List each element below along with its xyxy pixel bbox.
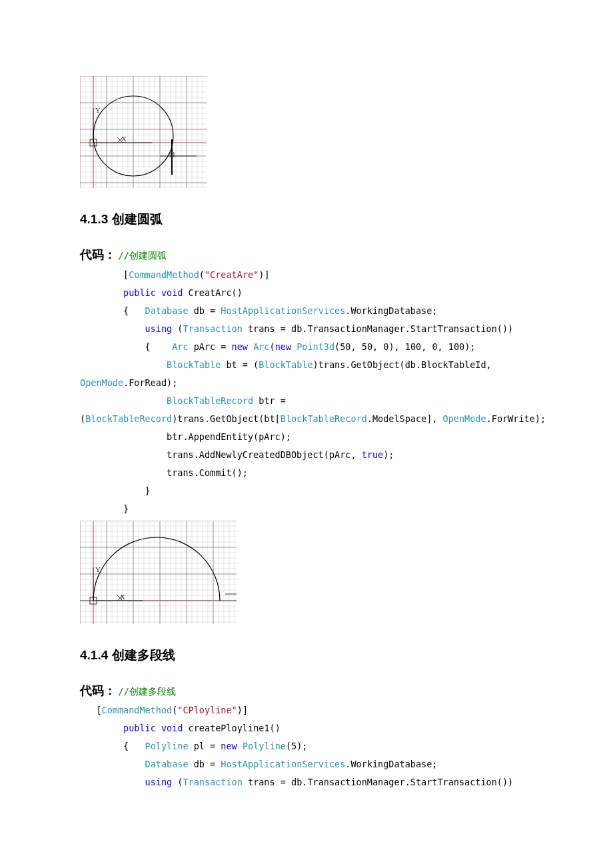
code-block-414: [CommandMethod("CPloyline")] public void… — [80, 701, 533, 791]
heading-413: 4.1.3 创建圆弧 — [80, 208, 533, 231]
arc-grid-svg: Y X — [80, 521, 237, 624]
x-axis-label-2: X — [120, 593, 125, 601]
code-block-413: [CommandMethod("CreatAre")] public void … — [80, 266, 533, 518]
circle-grid-svg: Y X — [80, 76, 207, 188]
figure-circle: Y X — [80, 76, 533, 188]
x-axis-label: X — [121, 135, 127, 143]
code-label-413: 代码： — [80, 248, 116, 261]
comment-413: //创建圆弧 — [119, 250, 167, 261]
y-axis-label: Y — [95, 106, 101, 114]
heading-414: 4.1.4 创建多段线 — [80, 644, 533, 667]
figure-arc: Y X — [80, 521, 533, 624]
svg-rect-0 — [80, 76, 207, 188]
comment-414: //创建多段线 — [119, 686, 176, 697]
code-label-414: 代码： — [80, 684, 116, 697]
